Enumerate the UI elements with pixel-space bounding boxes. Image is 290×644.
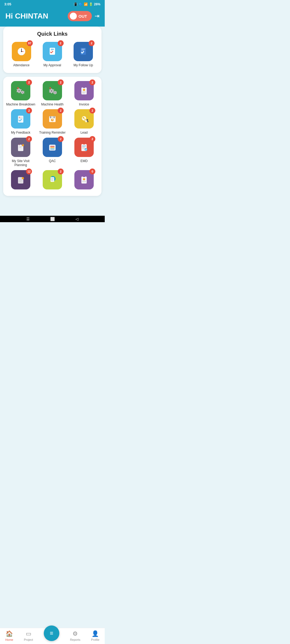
svg-rect-56: [82, 92, 86, 92]
grid-item-machine-breakdown[interactable]: 2: [6, 81, 35, 107]
svg-rect-90: [50, 146, 55, 147]
qac-icon-box: 2: [43, 138, 62, 157]
svg-rect-103: [19, 180, 22, 180]
svg-rect-15: [81, 49, 85, 49]
svg-point-30: [21, 91, 22, 92]
android-home-icon[interactable]: ⬜: [50, 217, 55, 221]
svg-point-113: [83, 178, 85, 180]
attendance-toggle[interactable]: OUT: [68, 11, 92, 21]
svg-rect-114: [82, 181, 86, 182]
svg-point-23: [17, 91, 18, 92]
svg-point-37: [51, 90, 52, 92]
grid-item-feedback[interactable]: 2 My Feedback: [6, 109, 35, 135]
attendance-badge: 97: [27, 40, 33, 46]
site-visit-icon: [15, 142, 26, 153]
time: 3:05: [4, 2, 11, 6]
svg-point-51: [56, 93, 57, 94]
emd-icon: [79, 142, 89, 153]
svg-point-22: [17, 89, 18, 90]
grid-item-invoice[interactable]: 2 Invoice: [69, 81, 99, 107]
grid-item-qac[interactable]: 2 QAC: [38, 138, 67, 167]
emd-icon-box: 2: [74, 138, 94, 157]
svg-point-4: [21, 51, 22, 52]
svg-rect-57: [82, 93, 85, 93]
training-icon: [47, 114, 58, 124]
toggle-circle: [70, 13, 77, 20]
svg-rect-63: [19, 118, 23, 119]
grid-item-lead[interactable]: 2 Lead: [69, 109, 99, 135]
main-grid: 2: [6, 81, 99, 192]
grid-item-emd[interactable]: 2 EMD: [69, 138, 99, 167]
quick-link-attendance[interactable]: 97 Attendance: [12, 42, 31, 68]
android-menu-icon[interactable]: ☰: [26, 217, 30, 221]
svg-rect-11: [51, 49, 54, 50]
svg-rect-104: [19, 181, 21, 182]
quick-link-followup[interactable]: 2 My Follow Up: [74, 42, 93, 68]
svg-point-28: [22, 90, 23, 91]
invoice-icon-box: 2: [74, 81, 94, 100]
toggle-label: OUT: [78, 14, 87, 19]
item10-icon: [15, 174, 26, 185]
followup-label: My Follow Up: [74, 63, 93, 68]
svg-rect-82: [19, 146, 22, 147]
machine-health-icon-box: 2: [43, 81, 62, 100]
grid-item-10[interactable]: 12: [6, 170, 35, 192]
grid-item-site-visit[interactable]: 2 My Site Visit Planning: [6, 138, 35, 167]
svg-rect-62: [21, 117, 23, 118]
machine-breakdown-icon-box: 2: [11, 81, 30, 100]
svg-rect-86: [19, 144, 20, 145]
approval-icon-box: 2: [43, 42, 62, 61]
svg-rect-92: [50, 149, 55, 149]
invoice-icon: [79, 85, 89, 96]
svg-point-55: [83, 89, 85, 91]
item12-icon-box: 0: [74, 170, 94, 189]
approval-icon: [47, 46, 58, 57]
grid-item-training[interactable]: 2 Training Reminder: [38, 109, 67, 135]
svg-point-32: [21, 93, 22, 93]
qac-icon: [47, 142, 58, 153]
quick-link-approval[interactable]: 2 My Approval: [43, 42, 62, 68]
machine-health-icon: [47, 85, 58, 96]
grid-item-11[interactable]: 2: [38, 170, 67, 192]
svg-point-21: [19, 92, 20, 93]
machine-breakdown-label: Machine Breakdown: [6, 103, 35, 107]
svg-rect-14: [81, 48, 86, 55]
logout-icon[interactable]: ⇥: [95, 13, 99, 20]
qac-label: QAC: [49, 159, 56, 163]
svg-point-78: [87, 121, 89, 122]
svg-rect-12: [51, 50, 53, 51]
svg-point-102: [22, 177, 24, 179]
svg-rect-10: [50, 48, 55, 55]
svg-rect-67: [50, 116, 51, 118]
svg-rect-97: [82, 148, 85, 148]
svg-rect-68: [54, 116, 55, 118]
item12-icon: [79, 174, 89, 185]
svg-rect-115: [83, 175, 85, 177]
svg-point-40: [49, 89, 50, 90]
training-icon-box: 2: [43, 109, 62, 129]
attendance-label: Attendance: [13, 63, 30, 68]
svg-point-50: [53, 93, 54, 94]
svg-point-29: [22, 93, 23, 94]
greeting: Hi CHINTAN: [5, 12, 48, 20]
grid-item-12[interactable]: 0: [69, 170, 99, 192]
svg-rect-95: [82, 146, 86, 146]
svg-rect-98: [83, 143, 85, 145]
site-visit-label: My Site Visit Planning: [6, 159, 35, 167]
followup-icon-box: 2: [74, 42, 93, 61]
machine-health-label: Machine Health: [41, 103, 63, 107]
lead-icon-box: 2: [74, 109, 94, 129]
svg-point-48: [53, 92, 54, 92]
svg-point-34: [17, 87, 19, 89]
svg-rect-60: [18, 116, 23, 123]
emd-label: EMD: [81, 159, 88, 163]
grid-item-machine-health[interactable]: 2: [38, 81, 67, 107]
svg-rect-109: [51, 179, 53, 180]
android-back-icon[interactable]: ◁: [75, 217, 78, 221]
svg-point-49: [56, 92, 57, 92]
battery-label: 26%: [94, 2, 100, 6]
svg-rect-83: [19, 147, 21, 148]
main-grid-card: 2: [3, 77, 102, 196]
svg-rect-91: [50, 147, 55, 148]
svg-point-99: [85, 148, 87, 151]
